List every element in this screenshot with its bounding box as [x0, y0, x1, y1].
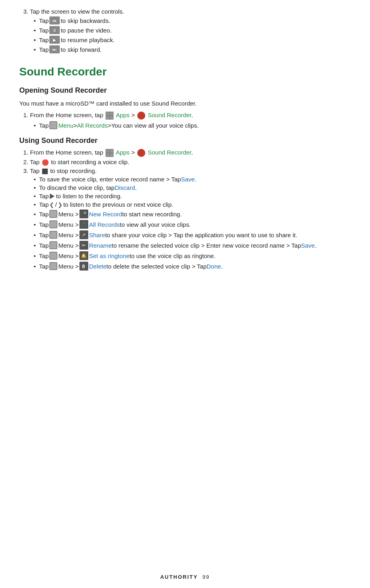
new-record-link: New Record	[89, 211, 122, 218]
menu-icon-new	[49, 210, 57, 218]
opening-sub-bullet: Tap Menu > All Records > You can view al…	[34, 121, 351, 129]
top-item-3: 3. Tap the screen to view the controls.	[23, 8, 351, 15]
using-subtitle: Using Sound Recorder	[19, 136, 351, 145]
using-item2: 2. Tap to start recording a voice clip.	[23, 159, 351, 166]
delete-link: Delete	[89, 263, 106, 270]
bullet-prev-next: Tap ❮ / ❯ to listen to the previous or n…	[34, 201, 351, 208]
svg-rect-0	[106, 112, 109, 115]
pause-icon: ⏸	[49, 26, 60, 34]
save-link: Save	[181, 176, 195, 183]
menu-icon-share	[49, 231, 57, 239]
share-icon: ↗	[79, 230, 88, 239]
ringtone-link: Set as ringtone	[89, 252, 130, 259]
stop-button-icon	[42, 169, 48, 174]
apps-icon	[106, 112, 114, 120]
page-number: 99	[202, 574, 209, 580]
bullet-rename: Tap Menu > ✏ Rename to rename the select…	[34, 241, 351, 250]
menu-icon-all	[49, 220, 57, 228]
new-record-icon: 🎤	[79, 210, 88, 218]
bullet-all-records: Tap Menu > 🎵 All Records to view all you…	[34, 220, 351, 229]
opening-section: Opening Sound Recorder You must have a m…	[19, 86, 351, 129]
menu-icon-opening	[49, 121, 57, 129]
discard-link: Discard	[115, 184, 135, 191]
rename-link: Rename	[89, 242, 112, 249]
play-btn-icon	[50, 193, 55, 199]
menu-icon-rename	[49, 241, 57, 249]
brand-label: AUTHORITY	[160, 574, 198, 580]
svg-rect-1	[110, 112, 113, 115]
bullet-skip-fwd: Tap ⏭ to skip forward.	[34, 45, 351, 53]
apps-icon-using	[106, 149, 114, 157]
bullet-ringtone: Tap Menu > 🔔 Set as ringtone to use the …	[34, 251, 351, 260]
sr-icon-using	[137, 149, 145, 157]
bullet-delete: Tap Menu > 🗑 Delete to delete the select…	[34, 262, 351, 271]
all-records-label-opening: All Records	[77, 122, 108, 129]
menu-icon-delete	[49, 262, 57, 270]
sr-icon-opening	[137, 112, 145, 120]
share-link: Share	[89, 232, 105, 238]
bullet-listen: Tap to listen to the recording.	[34, 193, 351, 199]
sr-label-opening: Sound Recorder	[148, 112, 191, 118]
menu-icon-ringtone	[49, 252, 57, 260]
prev-icon: ❮	[49, 201, 54, 208]
apps-label: Apps	[116, 112, 130, 118]
skip-back-icon: ⏮	[49, 16, 60, 24]
svg-rect-2	[106, 116, 109, 119]
rename-icon: ✏	[79, 241, 88, 250]
svg-rect-3	[110, 116, 113, 119]
opening-subtitle: Opening Sound Recorder	[19, 86, 351, 95]
sr-label-using: Sound Recorder	[148, 149, 191, 156]
menu-label-opening: Menu	[58, 122, 73, 129]
bullet-save: To save the voice clip, enter voice reco…	[34, 176, 351, 183]
bullet-discard: To discard the voice clip, tap Discard .	[34, 184, 351, 191]
using-item1: 1. From the Home screen, tap Apps > Soun…	[23, 149, 351, 157]
page-content: 3. Tap the screen to view the controls. …	[0, 0, 370, 304]
section-title: Sound Recorder	[19, 65, 351, 78]
using-item3: 3. Tap to stop recording.	[23, 167, 351, 174]
record-button-icon	[42, 159, 49, 166]
delete-icon: 🗑	[79, 262, 88, 271]
svg-rect-4	[106, 150, 109, 152]
opening-item1: 1. From the Home screen, tap Apps > Soun…	[23, 112, 351, 120]
top-section: 3. Tap the screen to view the controls. …	[19, 8, 351, 53]
save-link-rename: Save	[301, 242, 315, 249]
skip-fwd-icon: ⏭	[49, 45, 60, 53]
footer: AUTHORITY 99	[0, 574, 370, 580]
using-section: Using Sound Recorder 1. From the Home sc…	[19, 136, 351, 271]
play-icon-top: ▶	[49, 36, 60, 44]
svg-rect-7	[110, 154, 113, 156]
bullet-pause: Tap ⏸ to pause the video.	[34, 26, 351, 34]
all-records-icon: 🎵	[79, 220, 88, 229]
all-records-link: All Records	[89, 221, 120, 228]
done-link: Done	[207, 263, 221, 270]
bullet-share: Tap Menu > ↗ Share to share your voice c…	[34, 230, 351, 239]
apps-label-using: Apps	[116, 149, 130, 156]
svg-rect-6	[106, 154, 109, 156]
bullet-resume: Tap ▶ to resume playback.	[34, 36, 351, 44]
ringtone-icon: 🔔	[79, 251, 88, 260]
next-icon: ❯	[58, 201, 63, 208]
bullet-new-record: Tap Menu > 🎤 New Record to start new rec…	[34, 210, 351, 218]
bullet-skip-back: Tap ⏮ to skip backwards.	[34, 16, 351, 24]
opening-para: You must have a microSD™ card installed …	[19, 99, 351, 108]
svg-rect-5	[110, 150, 113, 152]
